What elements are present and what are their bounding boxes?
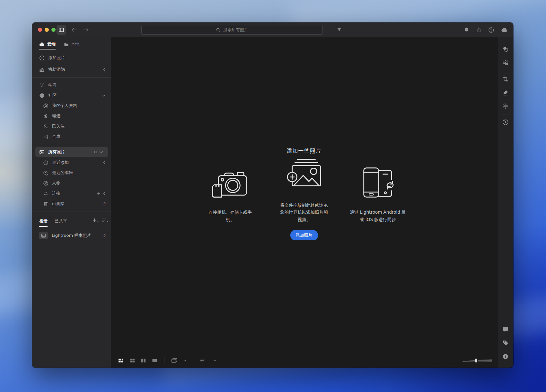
masking-icon[interactable] [502, 99, 509, 113]
sidebar-item-all-photos[interactable]: 所有照片 0 [35, 147, 108, 157]
card-drag-drop: 将文件拖放到此处或浏览您的计算机以添加照片和视频。 [272, 158, 336, 223]
chevron-left-icon[interactable] [103, 192, 106, 195]
window-controls [38, 28, 56, 32]
search-placeholder: 搜索所有照片 [223, 27, 248, 33]
photos-icon [39, 149, 45, 155]
sort-albums-icon[interactable] [102, 218, 106, 222]
card-connect-camera: 连接相机、存储卡或手机。 [198, 165, 262, 223]
connections-icon [43, 191, 48, 196]
sidebar-item-recent-edits[interactable]: 最近的编辑 [32, 168, 111, 178]
sidebar: 云端 本地 添加照片 协助消隐 [32, 37, 111, 368]
card-mobile-sync: 通过 Lightroom Android 版或 iOS 版进行同步 [346, 165, 410, 223]
award-icon [43, 113, 48, 119]
tab-cloud[interactable]: 云端 [39, 41, 56, 49]
divider [32, 77, 111, 78]
minimize-window-button[interactable] [45, 28, 49, 32]
adjust-sliders-icon[interactable] [502, 56, 509, 69]
sort-order-icon[interactable] [200, 358, 206, 363]
tab-albums[interactable]: 相册 [39, 218, 48, 227]
divider [32, 144, 111, 144]
photo-grid-view-icon[interactable] [118, 358, 124, 363]
remix-icon [43, 134, 48, 139]
trash-icon [43, 201, 48, 207]
share-icon[interactable] [476, 27, 481, 33]
chevron-down-icon[interactable] [213, 359, 217, 362]
lightbulb-icon [39, 83, 45, 88]
phones-sync-icon [359, 165, 397, 200]
sidebar-item-my-profile[interactable]: 我的个人资料 [32, 101, 111, 111]
edit-presets-icon[interactable] [502, 42, 509, 56]
chevron-down-icon[interactable] [183, 359, 187, 362]
lightroom-window: 搜索所有照片 [32, 22, 513, 368]
chevron-down-icon[interactable] [99, 151, 103, 153]
search-input[interactable]: 搜索所有照片 [141, 25, 323, 35]
chevron-left-icon[interactable] [103, 67, 106, 71]
square-grid-view-icon[interactable] [129, 358, 135, 363]
divider [501, 114, 510, 114]
filter-icon[interactable] [337, 27, 342, 32]
zoom-window-button[interactable] [51, 28, 56, 32]
album-item-lightroom-samples[interactable]: Lightroom 样本照片 0 [32, 229, 111, 239]
card-caption: 将文件拖放到此处或浏览您的计算机以添加照片和视频。 [279, 201, 330, 223]
notifications-bell-icon[interactable] [464, 27, 469, 33]
healing-eraser-icon[interactable] [502, 86, 509, 99]
sidebar-item-following[interactable]: 已关注 [32, 121, 111, 131]
sidebar-item-assisted-culling[interactable]: 协助消隐 [32, 64, 111, 75]
sidebar-item-connections[interactable]: 连接 [32, 188, 111, 199]
user-plus-icon [43, 124, 48, 129]
help-icon[interactable] [488, 27, 494, 33]
tab-local[interactable]: 本地 [64, 41, 79, 49]
all-photos-count: 0 [94, 150, 97, 154]
add-photos-button[interactable]: 添加照片 [290, 230, 318, 240]
divider [501, 71, 510, 71]
close-window-button[interactable] [38, 28, 42, 32]
sidebar-toggle-button[interactable] [57, 25, 66, 35]
keywords-tag-icon[interactable] [502, 336, 509, 350]
sidebar-item-learn[interactable]: 学习 [32, 80, 111, 90]
card-caption: 连接相机、存储卡或手机。 [207, 209, 254, 223]
culling-icon [39, 67, 45, 72]
person-icon [43, 181, 48, 186]
sidebar-panel-icon [58, 27, 64, 33]
divider [32, 211, 111, 211]
folder-icon [64, 42, 69, 47]
profile-icon [43, 103, 48, 109]
globe-icon [39, 93, 45, 98]
album-thumbnail-icon [39, 232, 48, 239]
chevron-down-icon[interactable] [102, 94, 106, 97]
sidebar-item-add-photos[interactable]: 添加照片 [32, 52, 111, 64]
forward-button[interactable] [83, 27, 89, 32]
sidebar-item-community[interactable]: 社区 [32, 90, 111, 101]
photo-grid-area: 添加一些照片 [111, 37, 497, 368]
sidebar-item-featured[interactable]: 精选 [32, 111, 111, 121]
sidebar-item-remix[interactable]: 合成 [32, 131, 111, 142]
tab-shared[interactable]: 已共享 [55, 218, 67, 226]
titlebar: 搜索所有照片 [32, 22, 513, 37]
empty-state: 添加一些照片 [111, 147, 497, 240]
add-album-icon[interactable] [92, 218, 97, 222]
sidebar-item-recently-added[interactable]: 最近添加 [32, 157, 111, 168]
tab-local-label: 本地 [71, 41, 79, 47]
detail-view-icon[interactable] [152, 358, 158, 363]
thumbnail-size-slider[interactable] [462, 358, 493, 363]
bottom-toolbar [111, 353, 497, 368]
chevron-left-icon[interactable] [103, 161, 106, 165]
version-history-icon[interactable] [502, 116, 509, 129]
back-button[interactable] [71, 27, 78, 32]
edit-rail [497, 37, 513, 368]
deleted-count: 0 [103, 202, 106, 206]
compare-view-icon[interactable] [140, 358, 146, 363]
clock-icon [43, 160, 48, 165]
comments-icon[interactable] [502, 323, 509, 336]
clock-edit-icon [43, 170, 48, 176]
add-connection-icon[interactable] [96, 192, 100, 195]
sidebar-item-deleted[interactable]: 已删除 0 [32, 199, 111, 209]
cloud-icon [39, 42, 45, 46]
presentation-mode-icon[interactable] [171, 358, 178, 364]
crop-icon[interactable] [502, 72, 509, 86]
cloud-sync-icon[interactable] [501, 27, 508, 32]
info-icon[interactable] [502, 350, 509, 363]
tab-cloud-label: 云端 [47, 41, 56, 47]
sidebar-item-people[interactable]: 人物 [32, 178, 111, 188]
card-caption: 通过 Lightroom Android 版或 iOS 版进行同步 [349, 209, 407, 223]
